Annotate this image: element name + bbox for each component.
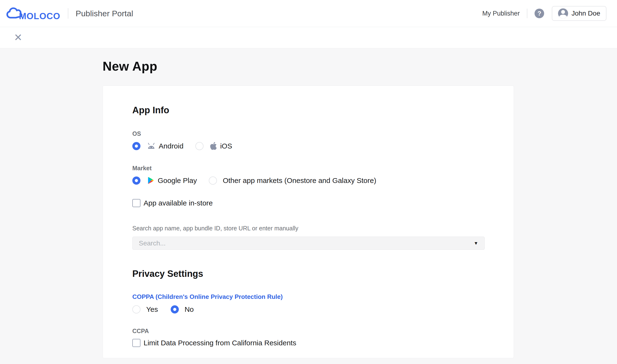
coppa-link[interactable]: COPPA (Children's Online Privacy Protect… [132, 293, 283, 300]
radio-unselected-icon[interactable] [209, 177, 217, 185]
coppa-option-label[interactable]: Yes [146, 305, 158, 313]
coppa-option-label[interactable]: No [185, 305, 194, 313]
radio-selected-icon[interactable] [132, 142, 140, 150]
market-option-label[interactable]: Google Play [158, 177, 197, 185]
privacy-settings-heading: Privacy Settings [132, 269, 484, 279]
help-icon[interactable]: ? [535, 9, 544, 18]
user-name: John Doe [572, 10, 600, 17]
moloco-logo[interactable]: MOLOCO [6, 5, 60, 21]
apple-icon [210, 142, 217, 150]
radio-unselected-icon[interactable] [132, 305, 140, 313]
avatar-icon [558, 8, 568, 18]
page-title: New App [103, 59, 617, 74]
google-play-icon [147, 176, 155, 185]
os-option-android[interactable]: Android [132, 142, 183, 150]
market-label: Market [132, 165, 484, 172]
market-option-google-play[interactable]: Google Play [132, 176, 197, 185]
market-radio-group: Google Play Other app markets (Onestore … [132, 176, 484, 185]
user-menu-button[interactable]: John Doe [552, 6, 606, 21]
os-radio-group: Android iOS [132, 142, 484, 150]
radio-unselected-icon[interactable] [195, 142, 204, 150]
app-header: MOLOCO Publisher Portal My Publisher ? J… [0, 0, 617, 27]
app-info-heading: App Info [132, 105, 484, 116]
new-app-form-card: App Info OS Android [103, 86, 514, 358]
checkbox-unchecked-icon[interactable] [132, 339, 140, 347]
app-search-input[interactable] [139, 239, 470, 247]
os-option-ios[interactable]: iOS [195, 142, 232, 150]
coppa-radio-group: Yes No [132, 305, 484, 313]
radio-selected-icon[interactable] [171, 305, 179, 313]
close-icon[interactable]: ✕ [14, 33, 22, 43]
portal-title: Publisher Portal [76, 9, 133, 18]
page-content: New App App Info OS Android [0, 48, 617, 358]
header-divider [527, 9, 527, 18]
modal-toolbar: ✕ [0, 27, 617, 48]
ccpa-checkbox-label[interactable]: Limit Data Processing from California Re… [144, 339, 296, 347]
market-option-label[interactable]: Other app markets (Onestore and Galaxy S… [223, 177, 376, 185]
radio-selected-icon[interactable] [132, 177, 140, 185]
market-option-other[interactable]: Other app markets (Onestore and Galaxy S… [209, 177, 376, 185]
os-option-label[interactable]: Android [159, 142, 183, 150]
checkbox-unchecked-icon[interactable] [132, 199, 140, 207]
android-icon [147, 142, 156, 150]
chevron-down-icon[interactable]: ▼ [474, 241, 478, 246]
in-store-checkbox-label[interactable]: App available in-store [144, 199, 213, 207]
app-search-label: Search app name, app bundle ID, store UR… [132, 225, 484, 232]
ccpa-checkbox-row[interactable]: Limit Data Processing from California Re… [132, 339, 484, 347]
header-divider [68, 8, 68, 19]
os-option-label[interactable]: iOS [220, 142, 232, 150]
coppa-option-no[interactable]: No [171, 305, 194, 313]
my-publisher-link[interactable]: My Publisher [482, 10, 520, 17]
in-store-checkbox-row[interactable]: App available in-store [132, 199, 484, 207]
coppa-option-yes[interactable]: Yes [132, 305, 158, 313]
logo-wordmark: MOLOCO [19, 12, 60, 21]
app-search-select[interactable]: ▼ [132, 237, 485, 250]
os-label: OS [132, 130, 484, 137]
ccpa-label: CCPA [132, 328, 484, 335]
